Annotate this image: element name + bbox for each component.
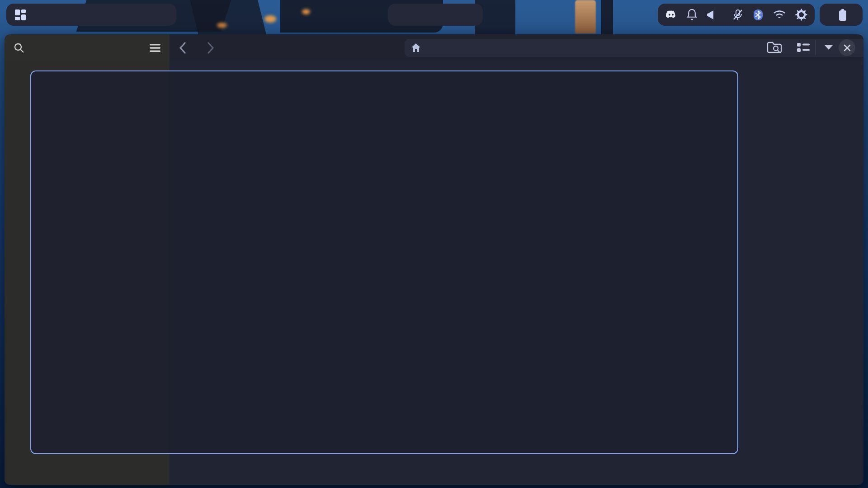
files-headerbar [5,34,863,61]
bluetooth-icon[interactable] [752,9,764,21]
settings-gear-icon[interactable] [795,9,807,21]
hamburger-menu-icon[interactable] [150,43,160,52]
microphone-muted-icon[interactable] [732,9,743,21]
app-launcher-icon[interactable] [14,9,26,21]
back-button[interactable] [179,42,187,54]
files-toolbar [170,34,863,61]
volume-icon[interactable] [706,10,714,20]
notifications-bell-icon[interactable] [686,9,698,21]
view-options-chevron-icon[interactable] [824,44,834,51]
status-bar [0,0,868,30]
terminal-window[interactable] [30,70,738,454]
search-folder-icon[interactable] [767,41,782,54]
workspace-pill [6,4,176,26]
system-tray [658,4,815,26]
location-bar[interactable] [405,39,863,57]
files-sidebar-header [5,34,170,61]
battery-icon [839,9,847,21]
discord-icon[interactable] [665,9,677,21]
search-icon[interactable] [14,42,24,53]
wifi-icon[interactable] [773,9,786,20]
toolbar-divider [815,40,816,55]
clock-widget[interactable] [388,4,483,26]
window-close-button[interactable] [839,39,855,56]
list-view-icon[interactable] [797,42,810,53]
battery-widget[interactable] [820,4,863,26]
home-icon [411,43,421,53]
forward-button[interactable] [207,42,215,54]
